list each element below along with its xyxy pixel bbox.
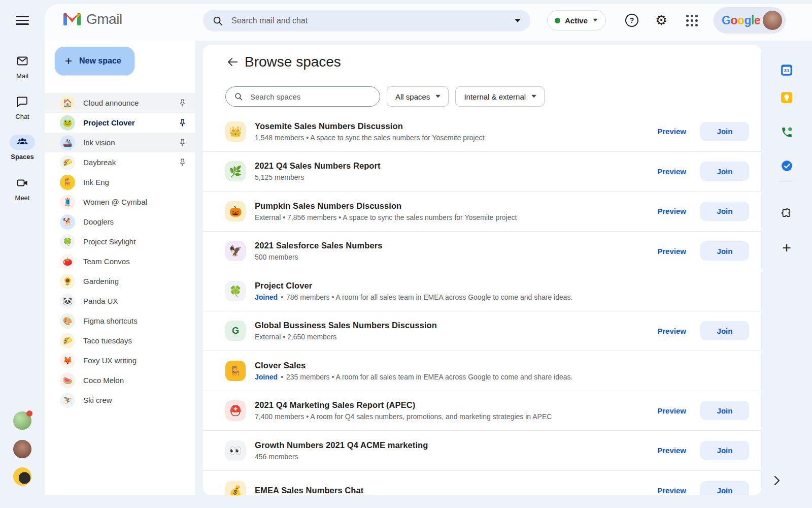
space-row-project-clover[interactable]: 🍀Project CloverJoined•786 members • A ro… [203,271,761,311]
preview-button[interactable]: Preview [648,123,695,140]
chevron-right-icon [770,474,783,487]
nav-chat[interactable]: Chat [0,96,45,120]
get-addons-button[interactable]: + [779,240,795,256]
search-options-caret-icon[interactable] [514,18,521,23]
joined-badge: Joined [255,373,278,381]
space-emoji-avatar: 🍉 [60,373,75,388]
space-row-2021-salesforce-sales-numbers[interactable]: 🦅2021 Salesforce Sales Numbers500 member… [203,232,761,272]
preview-button[interactable]: Preview [648,243,695,260]
preview-button[interactable]: Preview [648,163,695,180]
sidebar-space-ink-eng[interactable]: 🪑Ink Eng [45,172,195,192]
pin-icon[interactable] [178,99,187,107]
filter-all-spaces-label: All spaces [395,92,430,101]
sidebar-space-dooglers[interactable]: 🐕Dooglers [45,212,195,232]
space-meta: Joined•235 members • A room for all sale… [255,373,749,381]
nav-meet[interactable]: Meet [0,177,45,202]
pin-icon[interactable] [178,138,187,147]
keep-button[interactable] [779,89,795,106]
filter-internal-external[interactable]: Internal & external [455,86,545,107]
chevron-down-icon [531,94,537,99]
sidebar-space-figma-shortcuts[interactable]: 🎨Figma shortcuts [45,311,195,331]
sidebar-space-project-clover[interactable]: 🐸Project Clover [45,113,195,133]
space-emoji-avatar: 🌮 [60,333,75,348]
sidebar-space-project-skylight[interactable]: 🍀Project Skylight [45,232,195,251]
user-avatar[interactable] [763,11,782,30]
main-menu-icon[interactable] [14,13,30,27]
join-button[interactable]: Join [700,401,749,420]
preview-button[interactable]: Preview [648,323,695,339]
join-button[interactable]: Join [700,241,749,261]
back-button[interactable] [224,54,241,70]
sidebar-space-cloud-announce[interactable]: 🏠Cloud announce [45,93,195,113]
preview-button[interactable]: Preview [648,402,695,419]
space-search-input[interactable] [249,92,371,102]
plus-icon: + [65,55,72,67]
sidebar-space-panda-ux[interactable]: 🐼Panda UX [45,291,195,311]
space-row-2021-q4-sales-numbers-report[interactable]: 🌿2021 Q4 Sales Numbers Report5,125 membe… [203,152,761,192]
space-emoji-avatar: ⛷️ [60,393,75,408]
sidebar-space-foxy-ux-writing[interactable]: 🦊Foxy UX writing [45,351,195,370]
space-row-emea-sales-numbers-chat[interactable]: 💰EMEA Sales Numbers ChatPreviewJoin [203,471,761,496]
sidebar-space-coco-melon[interactable]: 🍉Coco Melon [45,370,195,390]
pin-icon[interactable] [178,118,187,127]
join-button[interactable]: Join [700,202,749,221]
preview-button[interactable]: Preview [648,442,695,459]
addons-button[interactable] [779,205,795,221]
sidebar-space-women-cymbal[interactable]: 🧵Women @ Cymbal [45,192,195,212]
space-row-global-bussiness-sales-numbers-discussion[interactable]: GGlobal Bussiness Sales Numbers Discussi… [203,311,761,352]
help-button[interactable]: ? [624,12,640,28]
space-info: EMEA Sales Numbers Chat [255,486,648,495]
sidebar-space-taco-tuesdays[interactable]: 🌮Taco tuesdays [45,331,195,351]
space-meta: Joined•786 members • A room for all sale… [255,293,749,301]
google-apps-button[interactable] [684,12,700,28]
sidebar-space-ink-vision[interactable]: 🚢Ink vision [45,133,195,152]
space-emoji-avatar: 🎨 [60,313,75,329]
nav-spaces[interactable]: Spaces [0,135,45,161]
space-emoji-avatar: 🍅 [60,254,75,269]
row-actions: PreviewJoin [648,122,749,141]
nav-mail[interactable]: Mail [0,55,45,80]
join-button[interactable]: Join [700,162,749,181]
expand-panel-button[interactable] [767,471,786,490]
sidebar-space-daybreak[interactable]: 🌮Daybreak [45,152,195,172]
space-emoji-avatar: 🪑 [60,175,75,190]
pin-icon[interactable] [178,158,187,167]
space-row-2021-q4-marketing-sales-report-apec[interactable]: ⛑️2021 Q4 Marketing Sales Report (APEC)7… [203,391,761,431]
space-row-growth-numbers-2021-q4-acme-marketing[interactable]: 👀Growth Numbers 2021 Q4 ACME marketing45… [203,431,761,471]
dm-avatar-yellow-portrait[interactable] [13,467,31,486]
space-search-bar[interactable] [225,86,380,107]
sidebar-space-ski-crew[interactable]: ⛷️Ski crew [45,390,195,410]
global-search-input[interactable] [230,16,514,26]
space-avatar: G [225,321,246,341]
browse-spaces-list: 👑Yosemite Sales Numbers Discussion1,548 … [203,112,761,495]
sidebar-space-team-convos[interactable]: 🍅Team Convos [45,251,195,271]
nav-rail: Mail Chat Spaces Meet [0,41,45,508]
global-search-bar[interactable] [203,10,530,31]
preview-button[interactable]: Preview [648,203,695,219]
filter-all-spaces[interactable]: All spaces [387,86,449,107]
voice-button[interactable] [779,124,795,140]
join-button[interactable]: Join [700,122,749,141]
space-row-clover-sales[interactable]: 🪑Clover SalesJoined•235 members • A room… [203,351,761,391]
space-name: Coco Melon [83,376,187,385]
dm-avatar-person[interactable] [13,440,31,458]
preview-button[interactable]: Preview [648,482,695,495]
tasks-button[interactable] [779,157,795,174]
account-pill[interactable]: Google [714,7,786,34]
space-name: Ski crew [83,396,187,404]
rail-divider [779,181,794,181]
nav-active-pill [10,135,35,150]
join-button[interactable]: Join [700,321,749,340]
join-button[interactable]: Join [700,441,749,460]
sidebar-space-gardening[interactable]: 🌻Gardening [45,271,195,291]
join-button[interactable]: Join [700,481,749,495]
settings-button[interactable]: ⚙ [653,12,669,28]
space-row-yosemite-sales-numbers-discussion[interactable]: 👑Yosemite Sales Numbers Discussion1,548 … [203,112,761,152]
space-avatar: 🍀 [225,281,246,301]
space-row-pumpkin-sales-numbers-discussion[interactable]: 🎃Pumpkin Sales Numbers DiscussionExterna… [203,192,761,232]
new-space-button[interactable]: + New space [55,47,134,75]
space-emoji-avatar: 🍀 [60,234,75,249]
dm-avatar-clover-frog[interactable] [13,411,31,430]
availability-status-selector[interactable]: Active [547,10,606,30]
calendar-button[interactable]: 31 [779,62,795,78]
